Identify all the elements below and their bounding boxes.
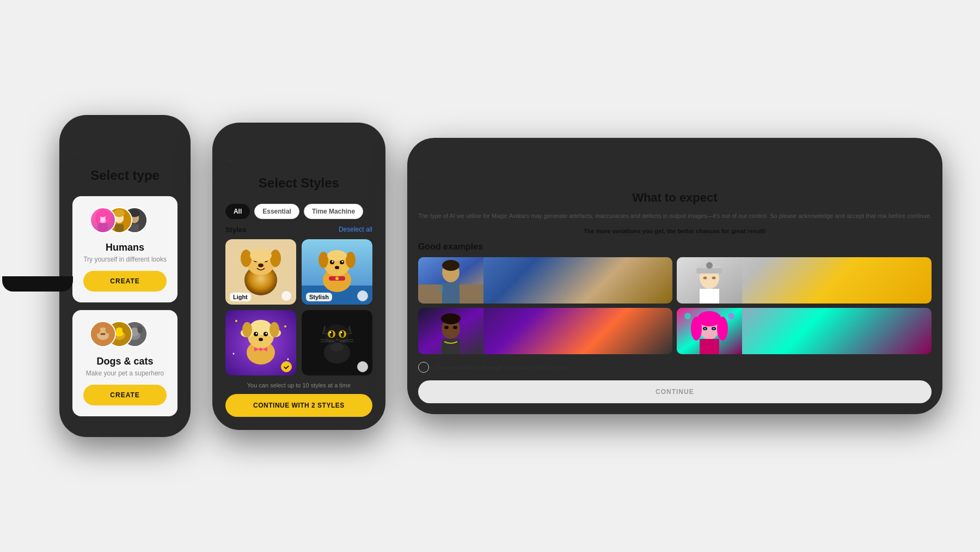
svg-point-145 <box>441 313 461 324</box>
styles-label: Styles <box>225 226 246 234</box>
style-cat[interactable] <box>302 310 372 375</box>
svg-point-127 <box>330 343 344 351</box>
svg-rect-133 <box>439 286 443 292</box>
style-glam[interactable] <box>225 310 296 375</box>
svg-point-158 <box>704 328 706 330</box>
svg-point-159 <box>713 328 715 330</box>
examples-grid <box>418 257 932 354</box>
continue-styles-button[interactable]: CONTINUE WITH 2 STYLES <box>225 394 372 417</box>
expect-title: What to expect <box>418 191 932 205</box>
styles-grid: Light <box>225 239 372 375</box>
svg-point-93 <box>287 358 289 360</box>
svg-point-50 <box>95 326 100 333</box>
svg-point-91 <box>284 325 286 327</box>
svg-point-84 <box>341 260 343 262</box>
svg-point-99 <box>242 322 252 337</box>
phone-2: ← Select type <box>59 115 191 437</box>
continue-expect-button[interactable]: CONTINUE <box>418 380 932 403</box>
svg-point-120 <box>329 331 331 333</box>
phone-3: ← Select Styles All Essential Time Machi… <box>212 123 385 430</box>
svg-point-105 <box>259 338 263 341</box>
svg-point-103 <box>255 332 257 334</box>
style-light[interactable]: Light <box>225 239 296 305</box>
pet-avatar-1 <box>90 321 116 347</box>
expect-bold: The more variations you get, the better … <box>418 228 932 234</box>
dogs-cats-create-button[interactable]: CREATE <box>83 385 167 405</box>
humans-create-button[interactable]: CREATE <box>83 271 167 292</box>
expect-content: ← What to expect The type of AI we utili… <box>407 138 942 415</box>
svg-point-63 <box>137 325 142 333</box>
svg-point-53 <box>102 333 106 335</box>
svg-rect-42 <box>114 224 124 232</box>
back-button[interactable]: ← <box>72 148 177 159</box>
svg-point-51 <box>105 326 110 333</box>
dogs-cats-desc: Make your pet a superhero <box>86 369 164 377</box>
screen-what-to-expect: ← What to expect The type of AI we utili… <box>407 138 942 415</box>
svg-point-87 <box>335 277 339 280</box>
deselect-all-button[interactable]: Deselect all <box>339 226 372 233</box>
svg-rect-138 <box>696 268 722 274</box>
svg-point-73 <box>258 263 264 267</box>
humans-card: Humans Try yourself in different looks C… <box>72 196 177 302</box>
svg-point-85 <box>335 266 339 269</box>
example-dark-man <box>418 308 672 354</box>
age-checkbox[interactable] <box>418 362 429 373</box>
svg-point-58 <box>122 325 127 333</box>
phone-notch-2 <box>90 115 161 130</box>
styles-header: Styles Deselect all <box>225 226 372 234</box>
checkbox-label: I have reached to the age of majority (1… <box>434 364 567 371</box>
svg-point-37 <box>105 212 110 224</box>
svg-point-36 <box>95 212 100 224</box>
select-type-title: Select type <box>72 168 177 183</box>
humans-name: Humans <box>106 242 144 253</box>
svg-point-92 <box>232 353 234 354</box>
svg-point-74 <box>250 249 272 262</box>
select-styles-content: ← Select Styles All Essential Time Machi… <box>212 123 385 430</box>
good-examples-title: Good examples <box>418 242 932 252</box>
phone-notch-4 <box>639 138 710 153</box>
filter-tabs: All Essential Time Machine <box>225 204 372 219</box>
style-light-label: Light <box>230 293 251 301</box>
style-stylish-label: Stylish <box>306 293 332 301</box>
select-type-content: ← Select type <box>59 115 191 437</box>
svg-rect-150 <box>700 339 719 354</box>
expect-body: The type of AI we utilise for Magic Avat… <box>418 211 932 221</box>
style-stylish-check[interactable] <box>357 290 368 301</box>
checkbox-row: I have reached to the age of majority (1… <box>418 362 932 373</box>
svg-rect-136 <box>700 289 719 304</box>
svg-point-141 <box>712 277 716 280</box>
svg-point-100 <box>270 322 279 337</box>
svg-point-132 <box>442 260 460 271</box>
svg-rect-144 <box>442 339 460 354</box>
back-button-3[interactable]: ← <box>418 171 932 182</box>
humans-avatars <box>90 207 161 235</box>
phone-notch-3 <box>264 123 334 138</box>
filter-time-machine[interactable]: Time Machine <box>304 204 363 219</box>
svg-point-140 <box>703 277 707 280</box>
style-glam-check[interactable] <box>281 361 292 372</box>
svg-point-80 <box>346 252 356 268</box>
style-stylish[interactable]: Stylish <box>302 239 372 305</box>
svg-rect-38 <box>97 223 107 233</box>
svg-point-153 <box>717 317 728 341</box>
svg-point-68 <box>270 250 281 267</box>
dogs-cats-name: Dogs & cats <box>97 356 154 367</box>
svg-point-88 <box>327 250 347 261</box>
phone-4: ← What to expect The type of AI we utili… <box>407 138 942 415</box>
humans-desc: Try yourself in different looks <box>83 256 167 263</box>
svg-point-121 <box>340 331 342 333</box>
count-text: You can select up to 10 styles at a time <box>225 382 372 389</box>
style-light-check[interactable] <box>281 290 292 301</box>
svg-point-79 <box>318 252 328 268</box>
svg-point-139 <box>706 262 713 269</box>
back-button-2[interactable]: ← <box>225 155 372 167</box>
style-cat-check[interactable] <box>357 361 368 372</box>
dogs-cats-card: Dogs & cats Make your pet a superhero CR… <box>72 310 177 416</box>
svg-point-152 <box>691 317 702 341</box>
select-styles-title: Select Styles <box>225 175 372 191</box>
filter-essential[interactable]: Essential <box>254 204 299 219</box>
filter-all[interactable]: All <box>225 204 250 219</box>
svg-point-104 <box>265 332 267 334</box>
pets-avatars <box>90 321 161 349</box>
svg-point-155 <box>728 313 734 319</box>
